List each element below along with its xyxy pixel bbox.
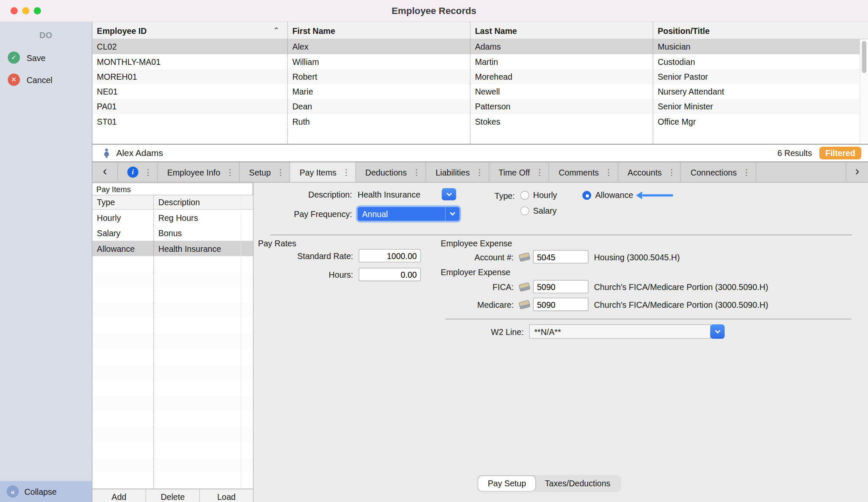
tab-menu-dots-icon[interactable]: ⋮ [276, 167, 285, 177]
results-count: 6 Results [777, 148, 812, 158]
tab-accounts[interactable]: Accounts ⋮ [618, 162, 682, 182]
pay-item-empty-row [92, 442, 253, 458]
w2-dropdown-button[interactable] [710, 324, 725, 339]
column-header-employee-id[interactable]: Employee ID ⌃ [92, 22, 287, 39]
pay-frequency-label: Pay Frequency: [260, 209, 352, 218]
tab-pay-setup[interactable]: Pay Setup [478, 476, 535, 491]
tab-menu-dots-icon[interactable]: ⋮ [144, 167, 153, 177]
column-header-last-name[interactable]: Last Name [470, 22, 653, 39]
tab-menu-dots-icon[interactable]: ⋮ [535, 167, 544, 177]
radio-allowance[interactable]: Allowance [583, 190, 633, 200]
pay-item-empty-row [92, 272, 253, 287]
tab-menu-dots-icon[interactable]: ⋮ [475, 167, 484, 177]
pay-frequency-select[interactable]: Annual [358, 207, 459, 221]
pay-frequency-dropdown-button[interactable] [445, 207, 459, 221]
pay-item-row[interactable]: Salary Bonus [92, 225, 253, 241]
account-lookup-icon[interactable] [518, 300, 530, 309]
tab-connections[interactable]: Connections ⋮ [681, 162, 756, 182]
description-dropdown-button[interactable] [442, 188, 456, 201]
tab-time-off[interactable]: Time Off ⋮ [489, 162, 549, 182]
chevron-down-icon [715, 328, 720, 333]
account-lookup-icon[interactable] [518, 252, 530, 261]
radio-circle-icon [520, 206, 529, 215]
pay-rates-section-label: Pay Rates [258, 239, 296, 248]
tab-employee-info[interactable]: Employee Info ⋮ [158, 162, 239, 182]
table-row[interactable]: CL02 Alex Adams Musician [92, 39, 868, 54]
employer-expense-section-label: Employer Expense [441, 268, 510, 277]
record-name: Alex Adams [116, 148, 163, 158]
table-row[interactable]: ST01 Ruth Stokes Office Mgr [92, 114, 868, 129]
tab-deductions[interactable]: Deductions ⋮ [356, 162, 426, 182]
radio-circle-icon [520, 191, 529, 200]
table-row[interactable]: PA01 Dean Patterson Senior Minister [92, 99, 868, 114]
employee-expense-section-label: Employee Expense [441, 239, 512, 248]
pointer-arrow-icon [642, 194, 673, 196]
cancel-button[interactable]: ✕ Cancel [0, 69, 92, 91]
sidebar-header: DO [0, 22, 92, 46]
tab-menu-dots-icon[interactable]: ⋮ [412, 167, 421, 177]
sort-ascending-icon[interactable]: ⌃ [273, 26, 279, 35]
delete-button[interactable]: Delete [146, 489, 200, 502]
tab-pay-items[interactable]: Pay Items ⋮ [290, 162, 356, 182]
account-number-input[interactable] [533, 250, 589, 263]
table-row[interactable]: MONTHLY-MA01 William Martin Custodian [92, 54, 868, 69]
scrollbar-thumb[interactable] [862, 41, 866, 73]
fica-label: FICA: [441, 282, 514, 291]
add-button[interactable]: Add [92, 489, 146, 502]
person-icon [101, 148, 112, 159]
collapse-button[interactable]: « Collapse [0, 481, 92, 502]
tab-setup[interactable]: Setup ⋮ [239, 162, 290, 182]
fica-account-input[interactable] [533, 280, 589, 293]
pay-item-row[interactable]: Hourly Reg Hours [92, 210, 253, 226]
tab-taxes-deductions[interactable]: Taxes/Deductions [535, 476, 620, 491]
load-button[interactable]: Load [200, 489, 253, 502]
tab-menu-dots-icon[interactable]: ⋮ [742, 167, 751, 177]
separator-line [445, 319, 851, 319]
record-header: Alex Adams 6 Results Filtered [92, 145, 868, 162]
tabs-scroll-right-button[interactable]: › [846, 162, 868, 182]
pay-item-empty-row [92, 396, 253, 411]
tab-menu-dots-icon[interactable]: ⋮ [342, 167, 351, 177]
w2-line-select[interactable]: **N/A** [529, 324, 725, 339]
column-header-first-name[interactable]: First Name [287, 22, 470, 39]
pay-frequency-value: Annual [358, 209, 445, 218]
check-glyph: ✓ [11, 54, 17, 61]
pay-item-empty-row [92, 256, 253, 272]
type-label: Type: [484, 190, 515, 200]
cancel-label: Cancel [27, 75, 53, 84]
column-header-description[interactable]: Description [153, 195, 241, 209]
pay-item-row[interactable]: Allowance Health Insurance [92, 241, 253, 257]
titlebar: Employee Records [0, 0, 868, 22]
column-header-position[interactable]: Position/Title [653, 22, 868, 39]
radio-salary[interactable]: Salary [520, 206, 557, 215]
table-row[interactable]: MOREH01 Robert Morehead Senior Pastor [92, 69, 868, 84]
hours-input[interactable] [359, 268, 420, 281]
tabs-scroll-left-button[interactable]: ‹ [92, 162, 118, 182]
chevron-down-icon [446, 190, 452, 196]
standard-rate-input[interactable] [359, 249, 420, 262]
sidebar: DO ✓ Save ✕ Cancel « Collapse [0, 22, 92, 502]
tab-comments[interactable]: Comments ⋮ [549, 162, 618, 182]
tab-menu-dots-icon[interactable]: ⋮ [667, 167, 676, 177]
tab-liabilities[interactable]: Liabilities ⋮ [426, 162, 489, 182]
pay-item-empty-row [92, 318, 253, 334]
table-scrollbar[interactable] [860, 39, 868, 144]
filtered-badge[interactable]: Filtered [819, 147, 862, 159]
pay-item-empty-row [92, 411, 253, 427]
save-label: Save [27, 53, 46, 62]
save-button[interactable]: ✓ Save [0, 47, 92, 69]
pay-items-header: Type Description [92, 195, 253, 210]
table-row[interactable]: NE01 Marie Newell Nursery Attendant [92, 84, 868, 99]
radio-hourly[interactable]: Hourly [520, 190, 557, 200]
tab-info[interactable]: i ⋮ [118, 162, 158, 182]
pay-item-empty-row [92, 458, 253, 474]
close-glyph: ✕ [11, 76, 17, 84]
medicare-account-input[interactable] [533, 298, 589, 311]
tab-menu-dots-icon[interactable]: ⋮ [226, 167, 234, 177]
tab-menu-dots-icon[interactable]: ⋮ [604, 167, 613, 177]
account-lookup-icon[interactable] [518, 282, 530, 291]
tab-bar: ‹ i ⋮ Employee Info ⋮ Setup ⋮ Pay Items … [92, 162, 868, 182]
w2-line-value: **N/A** [529, 324, 711, 339]
column-header-type[interactable]: Type [92, 195, 153, 209]
medicare-description: Church's FICA/Medicare Portion (3000.509… [594, 300, 768, 309]
